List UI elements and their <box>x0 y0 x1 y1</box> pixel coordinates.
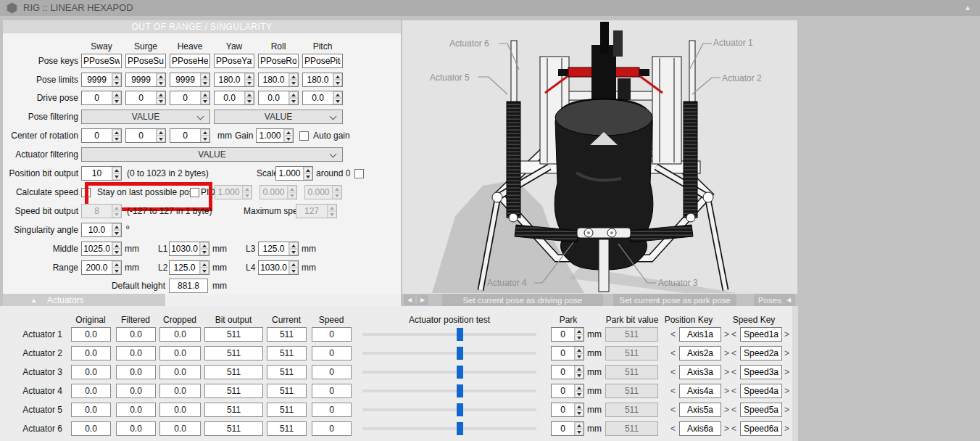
speed-bit-spinner[interactable] <box>81 204 122 218</box>
spin-up-button[interactable] <box>245 91 254 98</box>
spin-up-button[interactable] <box>289 242 298 249</box>
park-spinner[interactable] <box>551 421 584 436</box>
pose-key-field[interactable] <box>214 54 254 68</box>
spin-up-button[interactable] <box>575 403 584 410</box>
park-input[interactable] <box>552 422 574 435</box>
center-of-rotation-input[interactable] <box>126 129 156 142</box>
pose-key-field[interactable] <box>302 54 343 68</box>
maximum-speed-input[interactable] <box>296 205 327 218</box>
pid-d-input[interactable] <box>305 186 332 199</box>
spin-up-button[interactable] <box>201 73 209 80</box>
pose-next-button[interactable]: ▶ <box>417 294 428 305</box>
spin-up-button[interactable] <box>333 73 342 80</box>
spin-down-button[interactable] <box>200 268 209 274</box>
pose-key-input[interactable] <box>303 54 342 67</box>
position-bit-input[interactable] <box>82 167 112 180</box>
pid-p-input[interactable] <box>215 186 242 199</box>
park-input[interactable] <box>552 403 574 416</box>
spin-down-button[interactable] <box>112 249 121 255</box>
spin-down-button[interactable] <box>575 372 584 379</box>
spin-down-button[interactable] <box>157 136 165 142</box>
pid-i-spinner[interactable] <box>259 185 297 199</box>
spin-up-button[interactable] <box>575 347 584 353</box>
position-key-input[interactable] <box>680 384 721 397</box>
spin-up-button[interactable] <box>112 73 121 80</box>
position-key-field[interactable] <box>679 365 721 379</box>
collapse-arrow-icon[interactable]: ▲ <box>964 4 971 12</box>
spin-down-button[interactable] <box>575 391 584 397</box>
speed-key-input[interactable] <box>741 422 781 435</box>
gain-input[interactable] <box>257 129 283 142</box>
poses-button[interactable]: Poses ◀ <box>754 294 795 306</box>
spin-down-button[interactable] <box>201 98 209 104</box>
pose-key-input[interactable] <box>126 54 165 67</box>
pose-key-input[interactable] <box>259 54 298 67</box>
spin-down-button[interactable] <box>575 353 584 360</box>
position-key-input[interactable] <box>680 347 721 360</box>
pid-d-spinner[interactable] <box>304 185 342 199</box>
pose-limit-spinner[interactable] <box>81 73 122 87</box>
position-test-slider-track[interactable] <box>362 390 536 392</box>
pose-filtering-dropdown-right[interactable]: VALUE <box>214 110 343 124</box>
speed-key-next-button[interactable]: > <box>784 367 789 377</box>
speed-bit-input[interactable] <box>82 205 112 218</box>
drive-pose-input[interactable] <box>82 91 112 104</box>
auto-gain-checkbox[interactable] <box>299 131 309 141</box>
pose-limit-input[interactable] <box>259 73 288 86</box>
spin-down-button[interactable] <box>289 80 298 86</box>
spin-up-button[interactable] <box>112 167 121 173</box>
pose-key-field[interactable] <box>125 54 166 68</box>
speed-key-next-button[interactable]: > <box>784 386 789 396</box>
park-input[interactable] <box>552 366 574 379</box>
spin-up-button[interactable] <box>112 223 121 230</box>
center-of-rotation-input[interactable] <box>82 129 112 142</box>
scale-input[interactable] <box>276 167 303 180</box>
spin-down-button[interactable] <box>575 334 584 341</box>
spin-up-button[interactable] <box>112 91 121 98</box>
set-park-pose-button[interactable]: Set current pose as park pose <box>613 294 736 306</box>
spin-down-button[interactable] <box>333 80 342 86</box>
drive-pose-input[interactable] <box>215 91 244 104</box>
park-spinner[interactable] <box>551 384 584 398</box>
drive-pose-spinner[interactable] <box>302 91 343 105</box>
spin-up-button[interactable] <box>112 129 121 136</box>
speed-key-field[interactable] <box>740 346 782 360</box>
center-of-rotation-input[interactable] <box>170 129 200 142</box>
speed-key-next-button[interactable]: > <box>784 348 789 358</box>
spin-up-button[interactable] <box>289 73 298 80</box>
speed-key-next-button[interactable]: > <box>784 329 789 339</box>
pose-key-field[interactable] <box>170 54 210 68</box>
drive-pose-spinner[interactable] <box>125 91 166 105</box>
position-test-slider-thumb[interactable] <box>457 366 463 379</box>
spin-up-button[interactable] <box>575 366 584 372</box>
spin-up-button[interactable] <box>304 167 312 173</box>
pid-p-spinner[interactable] <box>215 185 252 199</box>
spin-up-button[interactable] <box>200 261 209 268</box>
spin-up-button[interactable] <box>575 328 584 334</box>
drive-pose-input[interactable] <box>126 91 156 104</box>
spin-down-button[interactable] <box>333 192 341 199</box>
spin-down-button[interactable] <box>200 249 209 255</box>
pose-limit-input[interactable] <box>215 73 244 86</box>
center-of-rotation-spinner[interactable] <box>170 128 210 143</box>
spin-up-button[interactable] <box>333 186 341 192</box>
spin-down-button[interactable] <box>575 410 584 416</box>
park-spinner[interactable] <box>551 403 584 417</box>
spin-down-button[interactable] <box>288 192 296 199</box>
speed-key-prev-button[interactable]: < <box>731 348 736 358</box>
speed-key-input[interactable] <box>741 384 781 397</box>
center-of-rotation-spinner[interactable] <box>125 128 166 143</box>
l3-spinner[interactable] <box>258 242 299 256</box>
range-spinner[interactable] <box>81 260 122 275</box>
position-test-slider-track[interactable] <box>362 333 536 336</box>
pose-key-field[interactable] <box>258 54 299 68</box>
pid-i-input[interactable] <box>260 186 287 199</box>
gain-spinner[interactable] <box>256 128 294 143</box>
speed-key-field[interactable] <box>740 421 782 436</box>
spin-up-button[interactable] <box>201 91 209 98</box>
spin-up-button[interactable] <box>201 129 209 136</box>
spin-up-button[interactable] <box>333 91 342 98</box>
l1-spinner[interactable] <box>169 242 209 256</box>
spin-up-button[interactable] <box>575 384 584 391</box>
spin-down-button[interactable] <box>201 80 209 86</box>
